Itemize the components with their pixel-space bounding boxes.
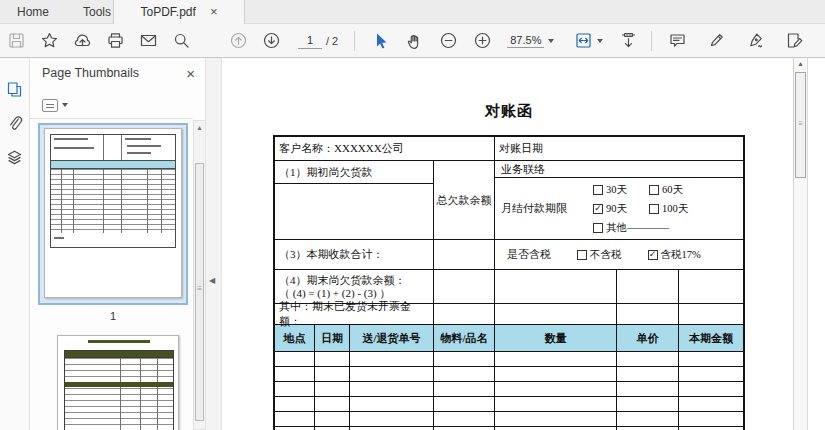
zoom-level-value[interactable]: 87.5% xyxy=(507,34,544,48)
sign-button[interactable] xyxy=(742,28,768,54)
toolbar-divider xyxy=(651,31,652,51)
highlight-button[interactable] xyxy=(703,28,729,54)
plus-circle-icon xyxy=(473,31,492,50)
opening-balance-cell: （1）期初尚欠货款 xyxy=(275,161,433,184)
fountain-pen-icon xyxy=(746,31,765,50)
select-tool-button[interactable] xyxy=(367,28,393,54)
detail-row xyxy=(275,367,743,382)
detail-row xyxy=(275,382,743,397)
printer-icon xyxy=(106,31,125,50)
zoom-out-button[interactable] xyxy=(435,28,461,54)
options-list-icon xyxy=(42,99,58,112)
tab-close-icon[interactable]: × xyxy=(210,6,218,18)
search-button[interactable] xyxy=(168,28,194,54)
panel-scroll-up-icon[interactable]: ▲ xyxy=(194,121,205,134)
previous-page-button[interactable] xyxy=(225,28,251,54)
print-button[interactable] xyxy=(102,28,128,54)
payment-option-other: 其他———— xyxy=(593,221,669,235)
scrolling-mode-button[interactable] xyxy=(615,28,641,54)
page-thumbnails-panel: Page Thumbnails × xyxy=(30,58,205,430)
envelope-icon xyxy=(139,31,158,50)
panel-title: Page Thumbnails xyxy=(42,66,186,80)
checkbox-unchecked-icon xyxy=(593,223,603,233)
tab-document-label: ToPDF.pdf xyxy=(141,5,196,19)
scrollbar-grip-icon: ≡ xyxy=(796,119,805,128)
page-number-input[interactable] xyxy=(298,32,322,49)
thumbnails-options-button[interactable] xyxy=(42,96,205,114)
star-icon xyxy=(40,31,59,50)
checkbox-unchecked-icon xyxy=(649,185,659,195)
layers-icon xyxy=(5,148,24,167)
thumbnail-page-1-preview xyxy=(44,128,182,298)
payment-option-90: ✓90天 xyxy=(593,202,627,216)
checkbox-checked-icon: ✓ xyxy=(593,204,603,214)
document-scroll-up-icon[interactable]: ▲ xyxy=(794,58,807,70)
pdf-page: 对账函 客户名称：XXXXXX公司 对账日期 （1）期初尚欠货款 总欠款余额 业… xyxy=(222,58,793,430)
fill-and-sign-button[interactable] xyxy=(781,28,807,54)
fit-width-button[interactable] xyxy=(570,28,596,54)
comment-button[interactable] xyxy=(664,28,690,54)
tax-label: 是否含税 xyxy=(507,247,551,262)
empty-cell xyxy=(617,270,679,303)
page-thumbnails-pane-button[interactable] xyxy=(2,76,28,102)
toolbar-divider xyxy=(354,31,355,51)
zoom-dropdown-caret-icon[interactable] xyxy=(548,39,554,43)
opening-balance-column: （1）期初尚欠货款 xyxy=(275,161,434,239)
hand-tool-button[interactable] xyxy=(401,28,427,54)
next-page-button[interactable] xyxy=(258,28,284,54)
save-button[interactable] xyxy=(3,28,29,54)
right-tools-strip xyxy=(807,58,825,430)
favorites-button[interactable] xyxy=(36,28,62,54)
collapse-pane-icon[interactable]: ◀ xyxy=(209,276,215,285)
empty-cell xyxy=(434,304,495,324)
thumbnail-page-2[interactable] xyxy=(57,335,179,430)
options-caret-icon xyxy=(62,103,68,107)
hand-icon xyxy=(405,31,424,50)
empty-cell xyxy=(679,304,743,324)
layers-pane-button[interactable] xyxy=(2,144,28,170)
detail-row xyxy=(275,412,743,427)
empty-cell xyxy=(495,270,617,303)
pane-splitter[interactable]: ◀ xyxy=(205,58,222,430)
tab-document[interactable]: ToPDF.pdf × xyxy=(113,0,245,24)
save-icon xyxy=(7,31,26,50)
paperclip-icon xyxy=(5,114,24,133)
comment-bubble-icon xyxy=(668,31,687,50)
empty-cell xyxy=(434,270,495,303)
payment-option-60: 60天 xyxy=(649,183,683,197)
thumbnail-page-1[interactable] xyxy=(38,123,188,305)
attachments-pane-button[interactable] xyxy=(2,110,28,136)
empty-cell xyxy=(434,240,495,269)
panel-scrollbar-thumb[interactable]: ≡ xyxy=(195,163,204,421)
navigation-pane-strip xyxy=(0,58,30,430)
detail-row xyxy=(275,397,743,412)
empty-cell xyxy=(679,270,743,303)
fit-dropdown-caret-icon[interactable] xyxy=(597,39,603,43)
cursor-arrow-icon xyxy=(371,31,390,50)
statement-date-cell: 对账日期 xyxy=(495,137,743,160)
detail-row xyxy=(275,352,743,367)
minus-circle-icon xyxy=(439,31,458,50)
payment-option-100: 100天 xyxy=(649,202,688,216)
zoom-in-button[interactable] xyxy=(469,28,495,54)
page-total-label: / 2 xyxy=(326,35,338,47)
fit-width-icon xyxy=(574,31,593,50)
panel-close-icon[interactable]: × xyxy=(186,65,195,82)
customer-name-cell: 客户名称：XXXXXX公司 xyxy=(275,137,495,160)
page-down-icon xyxy=(262,31,281,50)
share-button[interactable] xyxy=(69,28,95,54)
tax-option-incl: ✓含税17% xyxy=(648,248,701,262)
checkbox-checked-icon: ✓ xyxy=(648,250,658,260)
page-thumbnails-icon xyxy=(5,80,24,99)
business-contact-column: 业务联络 月结付款期限 30天 60天 ✓90天 100天 其他——— xyxy=(495,161,743,239)
document-scrollbar[interactable]: ▲ ≡ xyxy=(793,58,807,430)
thumbnail-page-1-number: 1 xyxy=(38,310,188,322)
payment-terms-cell: 月结付款期限 30天 60天 ✓90天 100天 其他———— xyxy=(495,178,743,239)
document-title: 对账函 xyxy=(273,102,745,121)
email-button[interactable] xyxy=(135,28,161,54)
search-icon xyxy=(172,31,191,50)
detail-header-row: 地点 日期 送/退货单号 物料/品名 数量 单价 本期金额 xyxy=(275,325,743,352)
tax-option-excl: 不含税 xyxy=(577,248,622,262)
document-scrollbar-thumb[interactable]: ≡ xyxy=(795,72,806,178)
tab-home[interactable]: Home xyxy=(0,0,66,23)
